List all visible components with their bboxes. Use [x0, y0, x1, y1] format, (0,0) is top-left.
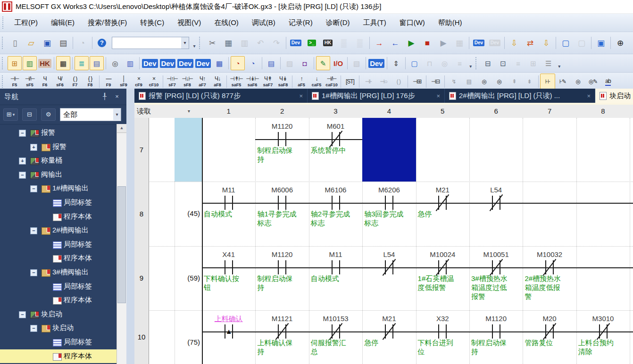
menu-search-replace[interactable]: 搜索/替换(F) — [81, 14, 133, 32]
ladder-element[interactable] — [362, 195, 416, 211]
tree-item-7[interactable]: −2#槽阀输出 — [0, 223, 117, 237]
ladder-element[interactable] — [255, 195, 308, 211]
tree-item-11[interactable]: 局部标签 — [0, 280, 117, 293]
device-search-edit-button[interactable]: ◎✎ — [585, 74, 600, 90]
close-contact-button[interactable]: ⊣/⊢sF5 — [22, 74, 37, 90]
tree-item-selected[interactable]: 程序本体 — [0, 349, 117, 363]
tree-item-6[interactable]: 程序本体 — [0, 210, 117, 223]
horizontal-line-button[interactable]: —F9 — [101, 74, 116, 90]
find-window-button[interactable]: ▥ — [123, 56, 137, 70]
hk-edit-button[interactable]: HK — [38, 56, 52, 70]
rising-close-contact-button[interactable]: ⊣↟⊢saF5 — [228, 74, 244, 90]
close-icon[interactable]: × — [112, 92, 122, 101]
device-network-button[interactable]: Dev — [195, 56, 212, 70]
zoom-out-button[interactable]: ⊖ — [629, 35, 633, 50]
parameter-button[interactable]: ▦ — [56, 56, 70, 70]
tab-document-2[interactable]: 2#槽阀输出 [PRG] [LD] (只读) ...× — [445, 89, 595, 103]
toolbar-grip[interactable] — [199, 37, 202, 49]
module-configuration-button[interactable]: ▥ — [23, 56, 37, 70]
tab-document-3[interactable]: 块启动 [PR — [595, 89, 633, 103]
tree-item-13[interactable]: −块启动 — [0, 307, 117, 321]
register-table-button[interactable]: ▦ — [212, 56, 226, 70]
rung-number[interactable]: 9 — [134, 246, 149, 310]
toolbar2-overflow-button[interactable]: ▾ — [467, 57, 474, 70]
menu-help[interactable]: 帮助(H) — [432, 14, 469, 32]
copy-button[interactable]: ▦ — [221, 35, 236, 50]
open-contact-button[interactable]: ⊣⊢F5 — [7, 74, 22, 90]
delete-vertical-line-button[interactable]: ×cF10 — [146, 74, 161, 90]
tree-expander[interactable]: − — [30, 269, 37, 276]
tree-expander[interactable]: − — [30, 227, 37, 234]
scrollbar-thumb[interactable] — [117, 186, 126, 303]
cut-button[interactable]: ✂ — [205, 35, 220, 50]
zoom-in-button[interactable]: ⊕ — [613, 35, 628, 50]
falling-close-contact-button[interactable]: ⊣↡⊢saF6 — [244, 74, 260, 90]
tree-expander[interactable]: − — [19, 130, 26, 137]
ladder-element[interactable] — [255, 131, 308, 147]
tree-item-1[interactable]: +报警 — [0, 140, 117, 154]
falling-result-button[interactable]: ↓caF5 — [309, 74, 324, 90]
simulation-start-button[interactable]: ▢ — [558, 35, 573, 50]
online-change-button[interactable]: ⇄ — [523, 35, 538, 50]
falling-contact-button[interactable]: ⊣↓⊢sF8 — [180, 74, 195, 90]
device-search-button[interactable]: ◎ — [570, 74, 585, 90]
invert-result-button[interactable]: ⊣/⊢caF10 — [324, 74, 339, 90]
watch-start-button[interactable]: ◔ — [231, 56, 245, 70]
rung-number[interactable]: 10 — [134, 310, 149, 364]
window-display-button[interactable]: ▢ — [408, 56, 422, 70]
statement-button[interactable]: ⊟ — [481, 56, 495, 70]
tree-display-options-button[interactable]: ⊞ ▾ — [3, 108, 18, 121]
plc-write-button[interactable]: → — [372, 35, 387, 50]
falling-branch-button[interactable]: Ч↓aF8 — [210, 74, 225, 90]
tree-expander[interactable]: − — [19, 311, 26, 318]
print-button[interactable]: ▤ — [56, 35, 71, 50]
toolbar-grip[interactable] — [475, 57, 478, 69]
find-next-button[interactable]: ◎ — [491, 74, 507, 90]
toolbar-grip[interactable] — [2, 57, 5, 69]
program-check-button[interactable]: ▣ — [593, 35, 608, 50]
new-project-button[interactable]: ▯ — [8, 35, 23, 50]
library-button[interactable]: ◘ — [298, 56, 312, 70]
rising-contact-button[interactable]: ⊣↑⊢sF7 — [165, 74, 180, 90]
toolbar2-overflow2-button[interactable]: ▾ — [556, 57, 563, 70]
plc-verify-button[interactable]: ▶ — [404, 35, 419, 50]
toolbar-grip[interactable] — [2, 37, 5, 49]
ladder-element[interactable] — [202, 259, 255, 275]
device-batch-button[interactable]: Dev — [177, 56, 194, 70]
vertical-line-button[interactable]: │sF9 — [116, 74, 131, 90]
tab-document-1[interactable]: 1#槽阀输出 [PRG] [LD] 176步× — [308, 89, 445, 103]
tree-item-12[interactable]: 程序本体 — [0, 293, 117, 307]
template-button[interactable]: ☰ — [541, 56, 556, 70]
menu-window[interactable]: 窗口(W) — [393, 14, 432, 32]
menu-view[interactable]: 视图(V) — [171, 14, 208, 32]
chevron-down-icon[interactable]: ▾ — [113, 109, 121, 120]
delete-horizontal-line-button[interactable]: ×cF9 — [131, 74, 146, 90]
device-find-button[interactable]: Dev — [288, 35, 303, 50]
device-test-button[interactable]: ⇕ — [389, 56, 403, 70]
ladder-element[interactable] — [309, 259, 362, 275]
toolbar-grip[interactable] — [2, 75, 5, 88]
save-project-button[interactable]: ▣ — [40, 35, 55, 50]
device-comment-button[interactable]: ▤ — [90, 56, 104, 70]
statement-insert-button[interactable]: ⊣⊟ — [428, 74, 443, 90]
open-branch-button[interactable]: ЧF6 — [37, 74, 52, 90]
menu-tools[interactable]: 工具(T) — [356, 14, 392, 32]
tree-expander[interactable]: − — [30, 325, 37, 332]
menu-project[interactable]: 工程(P) — [8, 14, 44, 32]
application-instruction-button[interactable]: { }F8 — [83, 74, 98, 90]
settings-button[interactable]: ⚙ — [41, 108, 56, 121]
text-search-button[interactable]: ab — [600, 74, 616, 90]
quick-find-combobox-input[interactable] — [112, 38, 181, 48]
wire-edit-button[interactable]: ⊦✎ — [555, 74, 570, 90]
scroll-up-icon[interactable]: ▲ — [117, 124, 126, 133]
tree-item-9[interactable]: 程序本体 — [0, 251, 117, 265]
help-button[interactable]: ? — [94, 35, 109, 50]
device-monitor-on-button[interactable]: Dev — [471, 35, 486, 50]
ladder-element[interactable] — [309, 195, 362, 211]
wire-mode-button[interactable]: ⊦⊦ — [540, 74, 555, 90]
rising-branch-button[interactable]: Ч↑aF7 — [195, 74, 210, 90]
navigation-scrollbar[interactable]: ▲ — [117, 124, 126, 364]
ladder-element[interactable] — [202, 195, 255, 211]
panel-splitter[interactable] — [126, 89, 135, 364]
rising-close-branch-button[interactable]: Ч↟saF7 — [260, 74, 275, 90]
